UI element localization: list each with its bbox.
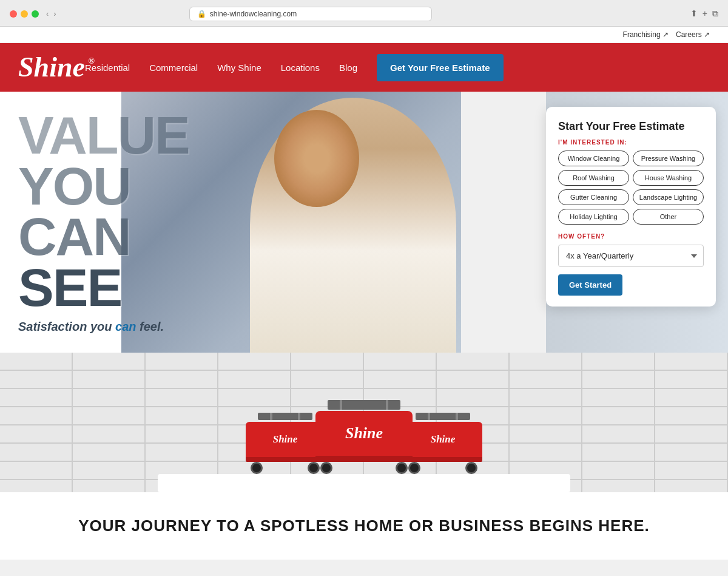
van-center: Shine bbox=[315, 411, 413, 474]
hero-line-2: YOU bbox=[18, 161, 189, 212]
address-bar[interactable]: 🔒 shine-windowcleaning.com bbox=[189, 7, 432, 21]
maximize-button[interactable] bbox=[32, 10, 39, 18]
svc-landscape-lighting[interactable]: Landscape Lighting bbox=[633, 189, 704, 205]
svc-gutter-cleaning[interactable]: Gutter Cleaning bbox=[558, 189, 629, 205]
hero-line-3: CAN bbox=[18, 211, 189, 262]
hero-line-1: VALUE bbox=[18, 110, 189, 161]
header: Shine Residential Commercial Why Shine L… bbox=[0, 43, 728, 92]
share-icon[interactable]: ⬆ bbox=[690, 8, 698, 19]
get-started-button[interactable]: Get Started bbox=[558, 274, 622, 296]
journey-section: YOUR JOURNEY TO A SPOTLESS HOME OR BUSIN… bbox=[0, 492, 728, 560]
van-right: Shine bbox=[403, 422, 482, 474]
nav-why-shine[interactable]: Why Shine bbox=[217, 63, 261, 73]
hero-subtitle: Satisfaction you can feel. bbox=[18, 320, 189, 334]
wheel bbox=[396, 462, 408, 474]
hero-section: VALUE YOU CAN SEE Satisfaction you can f… bbox=[0, 92, 728, 353]
interested-label: I'M INTERESTED IN: bbox=[558, 139, 704, 146]
estimate-form-title: Start Your Free Estimate bbox=[558, 120, 704, 133]
wheel bbox=[251, 462, 263, 474]
van-body-right: Shine bbox=[403, 422, 482, 457]
svc-pressure-washing[interactable]: Pressure Washing bbox=[633, 151, 704, 166]
van-ladder-center bbox=[328, 400, 400, 410]
browser-nav-controls: ‹ › bbox=[46, 9, 56, 18]
tabs-icon[interactable]: ⧉ bbox=[712, 8, 718, 19]
hero-headline: VALUE YOU CAN SEE bbox=[18, 110, 189, 313]
wheel bbox=[320, 462, 332, 474]
careers-link[interactable]: Careers ↗ bbox=[676, 30, 710, 39]
svc-window-cleaning[interactable]: Window Cleaning bbox=[558, 151, 629, 166]
lock-icon: 🔒 bbox=[197, 10, 206, 18]
browser-actions: ⬆ + ⧉ bbox=[690, 8, 718, 19]
van-wheels-right bbox=[403, 462, 482, 474]
top-bar: Franchising ↗ Careers ↗ bbox=[0, 27, 728, 43]
frequency-select[interactable]: 4x a Year/Quarterly Monthly One-Time 2x … bbox=[558, 245, 704, 267]
header-cta-button[interactable]: Get Your Free Estimate bbox=[377, 54, 504, 81]
hero-text-block: VALUE YOU CAN SEE Satisfaction you can f… bbox=[18, 110, 189, 334]
forward-button[interactable]: › bbox=[53, 9, 56, 18]
brick-section: Shine Shine Shine bbox=[0, 353, 728, 492]
svc-holiday-lighting[interactable]: Holiday Lighting bbox=[558, 209, 629, 225]
traffic-lights bbox=[10, 10, 39, 18]
van-wheels-center bbox=[315, 462, 413, 474]
wheel bbox=[465, 462, 477, 474]
bottom-section bbox=[0, 560, 728, 576]
estimate-form-card: Start Your Free Estimate I'M INTERESTED … bbox=[546, 107, 716, 307]
close-button[interactable] bbox=[10, 10, 17, 18]
how-often-label: HOW OFTEN? bbox=[558, 233, 704, 240]
svc-other[interactable]: Other bbox=[633, 209, 704, 225]
nav-commercial[interactable]: Commercial bbox=[149, 63, 198, 73]
vans-container: Shine Shine Shine bbox=[255, 411, 473, 474]
journey-title: YOUR JOURNEY TO A SPOTLESS HOME OR BUSIN… bbox=[18, 517, 710, 535]
hero-line-4: SEE bbox=[18, 262, 189, 313]
van-body-left: Shine bbox=[246, 422, 325, 457]
service-buttons-grid: Window Cleaning Pressure Washing Roof Wa… bbox=[558, 151, 704, 225]
svc-roof-washing[interactable]: Roof Washing bbox=[558, 170, 629, 186]
van-left: Shine bbox=[246, 422, 325, 474]
logo[interactable]: Shine bbox=[18, 53, 85, 81]
van-ladder-left bbox=[258, 413, 312, 420]
nav-blog[interactable]: Blog bbox=[339, 63, 357, 73]
url-display: shine-windowcleaning.com bbox=[210, 10, 297, 18]
new-tab-icon[interactable]: + bbox=[703, 8, 707, 19]
van-ladder-right bbox=[416, 413, 470, 420]
main-nav: Residential Commercial Why Shine Locatio… bbox=[85, 54, 710, 81]
back-button[interactable]: ‹ bbox=[46, 9, 49, 18]
franchising-link[interactable]: Franchising ↗ bbox=[623, 30, 669, 39]
svc-house-washing[interactable]: House Washing bbox=[633, 170, 704, 186]
site-wrapper: Franchising ↗ Careers ↗ Shine Residentia… bbox=[0, 27, 728, 576]
browser-chrome: ‹ › 🔒 shine-windowcleaning.com ⬆ + ⧉ bbox=[0, 0, 728, 27]
van-wheels-left bbox=[246, 462, 325, 474]
van-body-center: Shine bbox=[315, 411, 413, 456]
nav-locations[interactable]: Locations bbox=[281, 63, 320, 73]
white-strip bbox=[158, 474, 570, 492]
minimize-button[interactable] bbox=[21, 10, 28, 18]
